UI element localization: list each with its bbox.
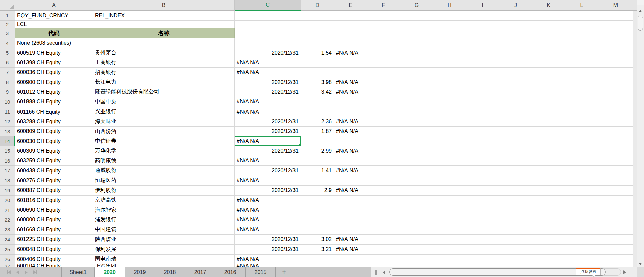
cell-H10[interactable]: [433, 97, 466, 107]
cell-M6[interactable]: [598, 58, 633, 68]
cell-B15[interactable]: 万华化学: [93, 146, 235, 156]
cell-H18[interactable]: [433, 176, 466, 186]
cell-I12[interactable]: [466, 117, 499, 127]
cell-J27[interactable]: [499, 264, 532, 267]
cell-D22[interactable]: [301, 215, 334, 225]
cell-F7[interactable]: [367, 68, 400, 77]
cell-G14[interactable]: [400, 136, 433, 146]
column-header-L[interactable]: L: [565, 0, 598, 11]
cell-G10[interactable]: [400, 97, 433, 107]
row-header-3[interactable]: 3: [0, 28, 15, 38]
cell-M10[interactable]: [598, 97, 633, 107]
cell-D18[interactable]: [301, 176, 334, 186]
cell-E14[interactable]: [334, 136, 367, 146]
row-header-21[interactable]: 21: [0, 205, 15, 215]
cell-H16[interactable]: [433, 156, 466, 166]
row-header-17[interactable]: 17: [0, 166, 15, 176]
add-sheet-button[interactable]: +: [279, 267, 289, 277]
cell-J18[interactable]: [499, 176, 532, 186]
cell-E21[interactable]: [334, 205, 367, 215]
cell-K6[interactable]: [532, 58, 565, 68]
cell-I17[interactable]: [466, 166, 499, 176]
cell-L11[interactable]: [565, 107, 598, 117]
cell-L16[interactable]: [565, 156, 598, 166]
cell-A23[interactable]: 601668 CH Equity: [15, 225, 93, 235]
cell-K24[interactable]: [532, 235, 565, 245]
cell-B26[interactable]: 国电南瑞: [93, 255, 235, 264]
cell-F14[interactable]: [367, 136, 400, 146]
cell-C15[interactable]: 2020/12/31: [235, 146, 301, 156]
cell-F19[interactable]: [367, 186, 400, 195]
vertical-scrollbar[interactable]: [637, 0, 644, 267]
cell-M13[interactable]: [598, 127, 633, 136]
cell-D2[interactable]: [301, 21, 334, 28]
scroll-up-icon[interactable]: [639, 10, 642, 12]
cell-I13[interactable]: [466, 127, 499, 136]
cell-E23[interactable]: [334, 225, 367, 235]
column-header-K[interactable]: K: [532, 0, 565, 11]
cell-H17[interactable]: [433, 166, 466, 176]
cell-C18[interactable]: #N/A N/A: [235, 176, 301, 186]
cell-J25[interactable]: [499, 245, 532, 254]
cell-K16[interactable]: [532, 156, 565, 166]
cell-E9[interactable]: #N/A N/A: [334, 87, 367, 97]
cell-M7[interactable]: [598, 68, 633, 77]
cell-G6[interactable]: [400, 58, 433, 68]
cell-M25[interactable]: [598, 245, 633, 254]
cell-L7[interactable]: [565, 68, 598, 77]
row-header-25[interactable]: 25: [0, 245, 15, 254]
column-header-F[interactable]: F: [367, 0, 400, 11]
cell-J12[interactable]: [499, 117, 532, 127]
cell-D17[interactable]: 1.41: [301, 166, 334, 176]
cell-L8[interactable]: [565, 77, 598, 87]
cell-A14[interactable]: 600030 CH Equity: [15, 136, 93, 146]
cell-H19[interactable]: [433, 186, 466, 195]
cell-H5[interactable]: [433, 48, 466, 58]
cell-M8[interactable]: [598, 77, 633, 87]
cell-D1[interactable]: [301, 11, 334, 21]
scroll-right-icon[interactable]: [623, 270, 626, 274]
cell-H24[interactable]: [433, 235, 466, 245]
cell-I25[interactable]: [466, 245, 499, 254]
cell-C19[interactable]: 2020/12/31: [235, 186, 301, 195]
cell-C23[interactable]: #N/A N/A: [235, 225, 301, 235]
cell-A11[interactable]: 601166 CH Equity: [15, 107, 93, 117]
cell-I21[interactable]: [466, 205, 499, 215]
cell-G21[interactable]: [400, 205, 433, 215]
cell-M24[interactable]: [598, 235, 633, 245]
cell-H13[interactable]: [433, 127, 466, 136]
cell-C25[interactable]: 2020/12/31: [235, 245, 301, 254]
column-header-H[interactable]: H: [433, 0, 466, 11]
cell-J3[interactable]: [499, 28, 532, 38]
cell-F2[interactable]: [367, 21, 400, 28]
cell-M20[interactable]: [598, 196, 633, 205]
cell-K8[interactable]: [532, 77, 565, 87]
cell-B9[interactable]: 隆基绿能科技股份有限公司: [93, 87, 235, 97]
cell-J6[interactable]: [499, 58, 532, 68]
column-header-G[interactable]: G: [400, 0, 433, 11]
cell-L15[interactable]: [565, 146, 598, 156]
cell-A2[interactable]: LCL: [15, 21, 93, 28]
cell-M3[interactable]: [598, 28, 633, 38]
cell-K1[interactable]: [532, 11, 565, 21]
cell-K20[interactable]: [532, 196, 565, 205]
cell-I5[interactable]: [466, 48, 499, 58]
cell-G7[interactable]: [400, 68, 433, 77]
cell-E11[interactable]: [334, 107, 367, 117]
cell-I18[interactable]: [466, 176, 499, 186]
cell-I26[interactable]: [466, 255, 499, 264]
cell-L5[interactable]: [565, 48, 598, 58]
cell-H26[interactable]: [433, 255, 466, 264]
row-header-18[interactable]: 18: [0, 176, 15, 186]
cell-I15[interactable]: [466, 146, 499, 156]
cell-G19[interactable]: [400, 186, 433, 195]
cell-E12[interactable]: #N/A N/A: [334, 117, 367, 127]
cell-L19[interactable]: [565, 186, 598, 195]
cell-D15[interactable]: 2.99: [301, 146, 334, 156]
cell-J23[interactable]: [499, 225, 532, 235]
cell-K19[interactable]: [532, 186, 565, 195]
cell-L22[interactable]: [565, 215, 598, 225]
cell-C16[interactable]: #N/A N/A: [235, 156, 301, 166]
row-header-2[interactable]: 2: [0, 21, 15, 28]
cell-D10[interactable]: [301, 97, 334, 107]
